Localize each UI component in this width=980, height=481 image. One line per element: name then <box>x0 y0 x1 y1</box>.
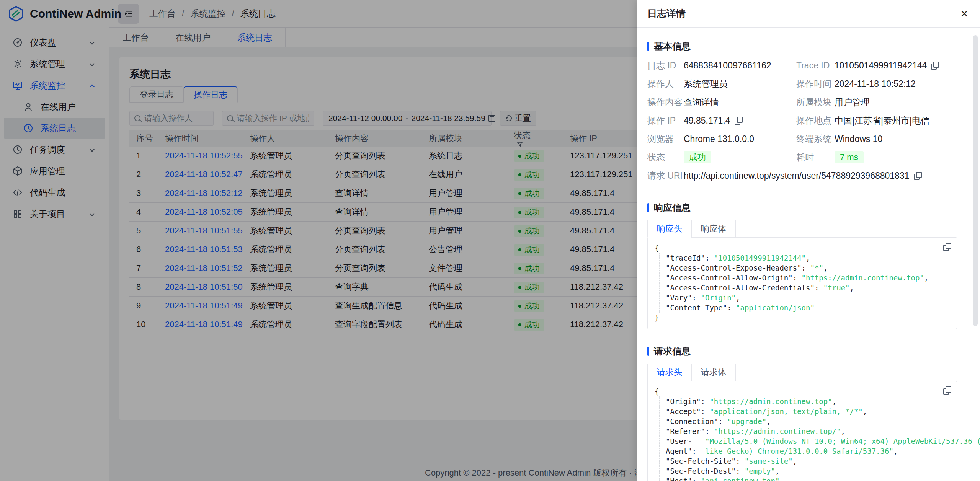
request-uri-value: http://api.continew.top/system/user/5478… <box>684 166 957 185</box>
operator-value: 系统管理员 <box>684 75 796 93</box>
code-value: "application/json" <box>736 303 815 312</box>
op-time-label: 操作时间 <box>796 75 835 93</box>
code-line: "Sec-Fetch-Site": "same-site", <box>659 456 950 466</box>
basic-info-section-title: 基本信息 <box>647 40 957 52</box>
log-id-value: 648838410097661162 <box>684 56 796 75</box>
section-title-label: 响应信息 <box>654 202 691 214</box>
module-label: 所属模块 <box>796 93 835 111</box>
status-success-badge: 成功 <box>684 151 711 163</box>
section-accent-bar <box>647 42 649 51</box>
code-line: "Access-Control-Expose-Headers": "*", <box>659 263 950 273</box>
code-line: "Sec-Fetch-Dest": "empty", <box>659 466 950 476</box>
log-id-label: 日志 ID <box>647 56 684 75</box>
code-key: { <box>655 244 659 252</box>
code-line: "Access-Control-Allow-Origin": "https://… <box>659 273 950 283</box>
code-punct: , <box>793 457 797 465</box>
code-value: "*" <box>810 264 823 272</box>
code-key: "Access-Control-Allow-Credentials": <box>666 284 823 292</box>
module-value: 用户管理 <box>835 93 957 111</box>
code-line: "Connection": "upgrade", <box>659 416 950 426</box>
location-label: 操作地点 <box>796 111 835 130</box>
request-uri-label: 请求 URI <box>647 166 684 185</box>
os-value: Windows 10 <box>835 130 957 148</box>
response-info-section: 响应信息 响应头 响应体 { "traceId": "1010501499911… <box>647 202 957 329</box>
request-headers-code: { "Origin": "https://admin.continew.top"… <box>647 381 957 481</box>
code-line: } <box>655 313 950 323</box>
code-key: "User- <box>666 437 705 445</box>
code-punct: , <box>775 467 779 475</box>
copy-icon[interactable] <box>943 243 951 251</box>
request-tab[interactable]: 请求头 <box>647 364 692 381</box>
code-value: "Mozilla/5.0 (Windows NT 10.0; Win64; x6… <box>705 437 980 445</box>
op-content-value: 查询详情 <box>684 93 796 111</box>
code-line: "Content-Type": "application/json" <box>659 303 950 313</box>
code-key: "Vary": <box>666 293 701 302</box>
code-key: "Accept": <box>666 407 709 416</box>
log-detail-drawer: 日志详情 ✕ 基本信息 日志 ID 648838410097661162 Tra… <box>637 0 980 481</box>
code-key: Agent": <box>666 447 705 455</box>
section-title-label: 基本信息 <box>654 40 691 52</box>
code-punct: , <box>841 427 845 435</box>
code-punct: , <box>893 447 898 455</box>
op-ip-value: 49.85.171.4 <box>684 111 796 130</box>
trace-id-value: 1010501499911942144 <box>835 56 957 75</box>
code-line: "Origin": "https://admin.continew.top", <box>659 396 950 406</box>
status-label: 状态 <box>647 148 684 166</box>
code-lines: { "traceId": "1010501499911942144", "Acc… <box>655 243 950 323</box>
code-key: "Sec-Fetch-Site": <box>666 457 745 465</box>
code-value: "application/json, text/plain, */*" <box>709 407 862 416</box>
request-uri-text: http://api.continew.top/system/user/5478… <box>684 171 910 181</box>
code-punct: , <box>736 293 740 302</box>
code-line: "Accept": "application/json, text/plain,… <box>659 406 950 416</box>
op-time-value: 2024-11-18 10:52:12 <box>835 75 957 93</box>
drawer-scrollbar-thumb[interactable] <box>973 35 978 326</box>
duration-badge: 7 ms <box>835 151 864 163</box>
code-key: "Sec-Fetch-Dest": <box>666 467 745 475</box>
code-punct: , <box>779 477 784 481</box>
code-key: "Connection": <box>666 417 727 426</box>
code-value: "https://admin.continew.top" <box>709 397 832 406</box>
code-key: "Referer": <box>666 427 714 435</box>
code-lines: { "Origin": "https://admin.continew.top"… <box>655 386 950 481</box>
copy-icon[interactable] <box>931 62 938 69</box>
code-key: "Access-Control-Allow-Origin": <box>666 274 802 282</box>
code-line: "Vary": "Origin", <box>659 293 950 303</box>
code-line: "Referer": "https://admin.continew.top/"… <box>659 426 950 436</box>
code-value: "Origin" <box>701 293 736 302</box>
drawer-title: 日志详情 <box>647 7 686 20</box>
code-value: like Gecko) Chrome/131.0.0.0 Safari/537.… <box>705 447 893 455</box>
code-line: "traceId": "1010501499911942144", <box>659 253 950 263</box>
code-value: "empty" <box>745 467 775 475</box>
code-punct: , <box>924 274 928 282</box>
copy-icon[interactable] <box>913 172 921 179</box>
status-value: 成功 <box>684 148 796 166</box>
trace-id-label: Trace ID <box>796 56 835 75</box>
copy-icon[interactable] <box>943 386 951 394</box>
request-tabs: 请求头 请求体 <box>647 364 957 381</box>
code-line: { <box>655 386 950 396</box>
code-key: { <box>655 387 659 396</box>
response-tab[interactable]: 响应头 <box>647 220 692 238</box>
code-value: "true" <box>823 284 850 292</box>
code-line: "Access-Control-Allow-Credentials": "tru… <box>659 283 950 293</box>
request-section-title: 请求信息 <box>647 345 957 357</box>
code-line: "User- "Mozilla/5.0 (Windows NT 10.0; Wi… <box>659 436 950 446</box>
code-line: { <box>655 243 950 253</box>
browser-value: Chrome 131.0.0.0 <box>684 130 796 148</box>
code-punct: , <box>806 254 810 262</box>
duration-label: 耗时 <box>796 148 835 166</box>
response-tab[interactable]: 响应体 <box>691 220 736 238</box>
section-title-label: 请求信息 <box>654 345 691 357</box>
code-value: "https://admin.continew.top/" <box>714 427 841 435</box>
code-line: "Host": "api.continew.top", <box>659 476 950 481</box>
code-key: "traceId": <box>666 254 714 262</box>
op-content-label: 操作内容 <box>647 93 684 111</box>
copy-icon[interactable] <box>734 117 742 124</box>
drawer-header: 日志详情 ✕ <box>637 0 980 28</box>
trace-id-text: 1010501499911942144 <box>835 60 927 71</box>
request-tab[interactable]: 请求体 <box>691 364 736 381</box>
close-icon[interactable]: ✕ <box>960 9 969 19</box>
section-accent-bar <box>647 203 649 212</box>
code-punct: , <box>863 407 867 416</box>
op-ip-label: 操作 IP <box>647 111 684 130</box>
